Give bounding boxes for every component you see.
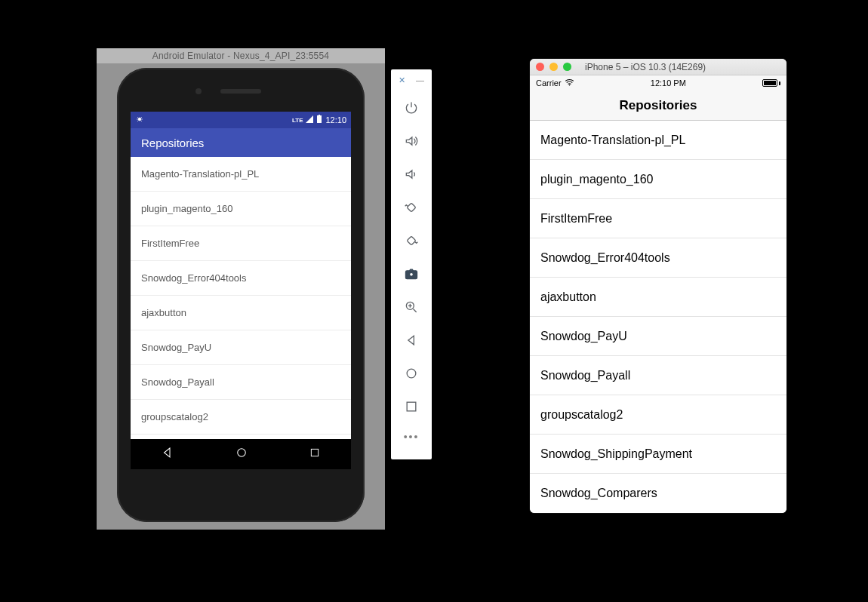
list-item[interactable]: plugin_magento_160 (530, 160, 786, 199)
android-status-bar: LTE 12:10 (131, 112, 351, 128)
svg-rect-2 (317, 115, 322, 123)
bug-icon (135, 115, 144, 125)
ios-window-title: iPhone 5 – iOS 10.3 (14E269) (582, 62, 780, 72)
android-shell: LTE 12:10 Repositories Magento-Translat (97, 63, 385, 530)
volume-up-icon[interactable] (391, 124, 432, 158)
android-window-title: Android Emulator - Nexus_4_API_23:5554 (97, 48, 385, 63)
list-item[interactable]: Snowdog_ShippingPayment (530, 435, 786, 474)
wifi-icon (565, 78, 574, 88)
volume-down-icon[interactable] (391, 158, 432, 191)
android-emulator-window: Android Emulator - Nexus_4_API_23:5554 L… (97, 48, 385, 530)
rotate-right-icon[interactable] (391, 224, 432, 257)
app-bar: Repositories (131, 128, 351, 157)
app-title: Repositories (141, 137, 204, 149)
list-item[interactable]: Snowdog_Comparers (530, 474, 786, 513)
android-repo-list[interactable]: Magento-Translation-pl_PL plugin_magento… (131, 157, 351, 439)
svg-rect-5 (311, 449, 318, 456)
toolbar-close-icon[interactable]: ✕ (399, 75, 405, 85)
battery-icon (316, 115, 322, 125)
list-item[interactable]: Snowdog_PayU (530, 317, 786, 356)
nav-title: Repositories (620, 98, 697, 113)
toolbar-minimize-icon[interactable]: — (416, 75, 424, 85)
svg-rect-7 (407, 236, 416, 245)
device-frame: LTE 12:10 Repositories Magento-Translat (117, 68, 365, 522)
back-icon[interactable] (391, 324, 432, 357)
list-item[interactable]: FirstItemFree (131, 226, 351, 261)
list-item[interactable]: Magento-Translation-pl_PL (530, 121, 786, 160)
list-item[interactable]: Snowdog_PayU (131, 330, 351, 365)
ios-status-bar: Carrier 12:10 PM (530, 75, 786, 91)
list-item[interactable]: Snowdog_Error404tools (131, 261, 351, 296)
lte-icon: LTE (292, 117, 303, 124)
ios-nav-bar: Repositories (530, 91, 786, 121)
svg-point-13 (568, 84, 570, 86)
overview-icon[interactable] (391, 390, 432, 423)
svg-point-11 (407, 369, 416, 378)
list-item[interactable]: groupscatalog2 (530, 395, 786, 435)
signal-icon (306, 115, 313, 124)
list-item[interactable]: Snowdog_Payall (131, 365, 351, 400)
camera-icon[interactable] (391, 257, 432, 290)
device-speaker (220, 89, 261, 94)
zoom-icon[interactable] (391, 290, 432, 324)
status-time: 12:10 PM (574, 78, 762, 88)
power-icon[interactable] (391, 91, 432, 124)
zoom-window-icon[interactable] (563, 63, 571, 71)
svg-marker-1 (306, 115, 313, 123)
svg-rect-6 (407, 203, 416, 212)
android-nav-bar (131, 439, 351, 469)
emulator-toolbar: ✕ — ••• (391, 69, 432, 459)
list-item[interactable]: Snowdog_Payall (530, 356, 786, 395)
ios-repo-list[interactable]: Magento-Translation-pl_PL plugin_magento… (530, 121, 786, 513)
nav-overview-button[interactable] (309, 447, 321, 462)
more-icon[interactable]: ••• (391, 423, 432, 450)
svg-rect-12 (407, 402, 416, 411)
status-time: 12:10 (325, 115, 346, 124)
traffic-lights (536, 63, 571, 71)
list-item[interactable]: FirstItemFree (530, 199, 786, 238)
ios-titlebar: iPhone 5 – iOS 10.3 (14E269) (530, 59, 786, 75)
nav-back-button[interactable] (161, 446, 174, 462)
carrier-label: Carrier (536, 78, 562, 88)
list-item[interactable]: plugin_magento_160 (131, 192, 351, 226)
svg-point-9 (410, 272, 414, 276)
svg-rect-3 (319, 115, 320, 115)
home-icon[interactable] (391, 357, 432, 390)
rotate-left-icon[interactable] (391, 191, 432, 224)
list-item[interactable]: ajaxbutton (530, 278, 786, 317)
minimize-icon[interactable] (549, 63, 558, 71)
list-item[interactable]: Snowdog_Error404tools (530, 238, 786, 278)
device-camera (195, 88, 202, 94)
list-item[interactable]: Magento-Translation-pl_PL (131, 157, 351, 192)
list-item[interactable]: ajaxbutton (131, 296, 351, 330)
svg-point-4 (238, 449, 246, 457)
ios-simulator-window: iPhone 5 – iOS 10.3 (14E269) Carrier 12:… (530, 59, 786, 513)
battery-icon (762, 79, 780, 87)
svg-point-0 (138, 118, 141, 121)
close-icon[interactable] (536, 63, 544, 71)
list-item[interactable]: groupscatalog2 (131, 400, 351, 435)
nav-home-button[interactable] (235, 446, 248, 462)
android-screen: LTE 12:10 Repositories Magento-Translat (131, 112, 351, 469)
